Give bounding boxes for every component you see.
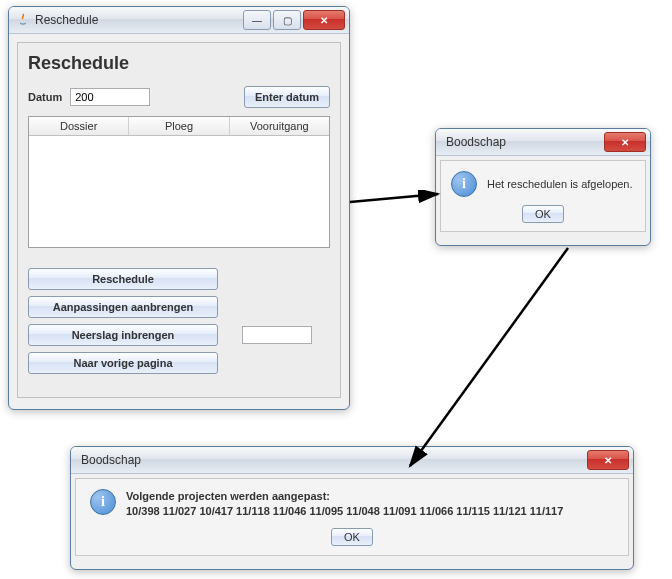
close-icon: ✕ (621, 137, 629, 148)
message-text: Volgende projecten werden aangepast: 10/… (126, 489, 563, 520)
close-icon: ✕ (320, 15, 328, 26)
maximize-button[interactable]: ▢ (273, 10, 301, 30)
minimize-button[interactable]: — (243, 10, 271, 30)
aanpassingen-button[interactable]: Aanpassingen aanbrengen (28, 296, 218, 318)
datum-label: Datum (28, 91, 62, 103)
close-icon: ✕ (604, 455, 612, 466)
message-row: i Het reschedulen is afgelopen. (451, 171, 635, 197)
col-vooruitgang[interactable]: Vooruitgang (230, 117, 329, 135)
datum-input[interactable] (70, 88, 150, 106)
close-button[interactable]: ✕ (303, 10, 345, 30)
content-panel: Reschedule Datum Enter datum Dossier Plo… (17, 42, 341, 398)
action-buttons: Reschedule Aanpassingen aanbrengen Neers… (28, 268, 218, 374)
page-heading: Reschedule (28, 53, 330, 74)
reschedule-button[interactable]: Reschedule (28, 268, 218, 290)
window-controls: — ▢ ✕ (243, 10, 345, 30)
message-line1: Volgende projecten werden aangepast: (126, 489, 563, 504)
titlebar: Reschedule — ▢ ✕ (9, 7, 349, 34)
arrow-2 (400, 244, 580, 474)
info-icon: i (90, 489, 116, 515)
message-dialog-1: Boodschap ✕ i Het reschedulen is afgelop… (435, 128, 651, 246)
table-body-empty (29, 136, 329, 246)
message-line2: 10/398 11/027 10/417 11/118 11/046 11/09… (126, 504, 563, 519)
ok-button[interactable]: OK (522, 205, 564, 223)
svg-line-1 (410, 248, 568, 466)
titlebar: Boodschap ✕ (71, 447, 633, 474)
titlebar: Boodschap ✕ (436, 129, 650, 156)
info-icon: i (451, 171, 477, 197)
arrow-1 (348, 190, 448, 214)
dialog-title: Boodschap (442, 135, 604, 149)
dialog-body: i Volgende projecten werden aangepast: 1… (75, 478, 629, 556)
window-title: Reschedule (35, 13, 243, 27)
message-text: Het reschedulen is afgelopen. (487, 178, 633, 190)
message-dialog-2: Boodschap ✕ i Volgende projecten werden … (70, 446, 634, 570)
neerslag-row: Neerslag inbrengen (28, 324, 218, 346)
reschedule-window: Reschedule — ▢ ✕ Reschedule Datum Enter … (8, 6, 350, 410)
minimize-icon: — (252, 15, 262, 26)
ok-button[interactable]: OK (331, 528, 373, 546)
java-icon (15, 12, 31, 28)
progress-table: Dossier Ploeg Vooruitgang (28, 116, 330, 248)
dialog-body: i Het reschedulen is afgelopen. OK (440, 160, 646, 232)
dialog-title: Boodschap (77, 453, 587, 467)
window-body: Reschedule Datum Enter datum Dossier Plo… (9, 34, 349, 406)
enter-datum-button[interactable]: Enter datum (244, 86, 330, 108)
close-button[interactable]: ✕ (604, 132, 646, 152)
close-button[interactable]: ✕ (587, 450, 629, 470)
vorige-pagina-button[interactable]: Naar vorige pagina (28, 352, 218, 374)
table-header: Dossier Ploeg Vooruitgang (29, 117, 329, 136)
neerslag-button[interactable]: Neerslag inbrengen (28, 324, 218, 346)
message-row: i Volgende projecten werden aangepast: 1… (90, 489, 614, 520)
col-dossier[interactable]: Dossier (29, 117, 129, 135)
datum-row: Datum Enter datum (28, 86, 330, 108)
maximize-icon: ▢ (283, 15, 292, 26)
neerslag-input[interactable] (242, 326, 312, 344)
col-ploeg[interactable]: Ploeg (129, 117, 229, 135)
svg-line-0 (350, 194, 438, 202)
